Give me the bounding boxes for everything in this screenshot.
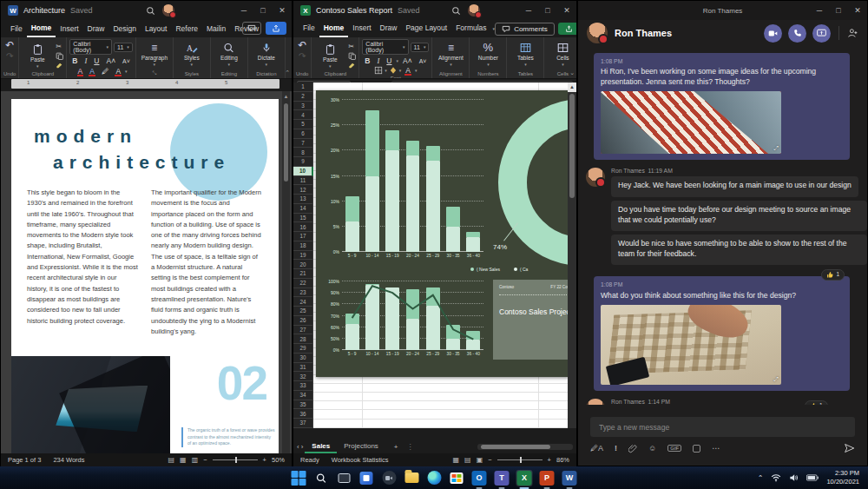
- zoom-out-button[interactable]: −: [203, 456, 207, 464]
- importance-icon[interactable]: !: [615, 444, 617, 453]
- search-icon[interactable]: [146, 6, 155, 16]
- zoom-level[interactable]: 86%: [556, 456, 569, 464]
- row-header-6[interactable]: 6: [293, 129, 313, 139]
- volume-icon[interactable]: [789, 473, 799, 482]
- tab-draw[interactable]: Draw: [83, 21, 109, 36]
- highlight-pen-icon[interactable]: 🖉: [99, 66, 112, 76]
- share-button[interactable]: Share▾: [558, 23, 577, 35]
- workbook-statistics[interactable]: Workbook Statistics: [332, 456, 389, 464]
- new-sheet-button[interactable]: +: [387, 441, 405, 453]
- attach-icon[interactable]: [628, 444, 637, 453]
- comments-button[interactable]: Comments: [495, 23, 555, 36]
- paragraph-button[interactable]: ≡Paragraph▾: [139, 39, 170, 67]
- gif-icon[interactable]: GIF: [667, 445, 681, 452]
- message-bubble[interactable]: 1:08 PM1What do you think about somethin…: [594, 276, 850, 391]
- fill-color-icon[interactable]: [389, 66, 398, 75]
- row-header-29[interactable]: 29: [293, 344, 313, 354]
- tab-mailin[interactable]: Mailin: [202, 21, 230, 36]
- row-header-23[interactable]: 23: [293, 288, 313, 298]
- zoom-in-button[interactable]: +: [263, 456, 266, 464]
- row-header-30[interactable]: 30: [293, 354, 313, 363]
- tab-home[interactable]: Home: [319, 20, 349, 37]
- minimize-button[interactable]: ─: [234, 1, 253, 20]
- teams-taskbar-icon[interactable]: T: [494, 470, 510, 486]
- format-painter-icon[interactable]: [56, 62, 63, 69]
- row-header-1[interactable]: 1: [293, 83, 313, 92]
- expand-image-icon[interactable]: ⤢: [773, 375, 779, 383]
- more-compose-options-icon[interactable]: ⋯: [712, 444, 720, 453]
- search-taskbar-icon[interactable]: [313, 470, 330, 486]
- video-call-button[interactable]: [764, 24, 782, 43]
- sheet-tab-projections[interactable]: Projections: [337, 440, 385, 453]
- tab-layout[interactable]: Layout: [141, 21, 172, 36]
- zoom-slider[interactable]: [497, 459, 542, 460]
- row-header-26[interactable]: 26: [293, 316, 313, 326]
- editor-button[interactable]: Editor▾: [288, 39, 292, 67]
- building-image-attachment[interactable]: ⤢: [601, 91, 781, 154]
- editing-button[interactable]: Editing▾: [214, 39, 245, 67]
- row-header-16[interactable]: 16: [293, 222, 313, 232]
- excel-taskbar-icon[interactable]: X: [516, 470, 533, 486]
- projection-slide-card[interactable]: Contoso FY 22 Company Overv Contoso Sale…: [493, 280, 569, 360]
- row-header-20[interactable]: 20: [293, 260, 313, 269]
- row-header-35[interactable]: 35: [293, 400, 313, 410]
- add-person-icon[interactable]: [847, 28, 858, 38]
- minimize-button[interactable]: ─: [810, 1, 829, 20]
- borders-icon[interactable]: [374, 66, 383, 75]
- row-header-22[interactable]: 22: [293, 279, 313, 288]
- document-page[interactable]: modern architecture This style began to …: [11, 99, 279, 453]
- highlight-icon[interactable]: A: [87, 67, 97, 76]
- row-header-5[interactable]: 5: [293, 120, 313, 129]
- row-header-17[interactable]: 17: [293, 232, 313, 241]
- contact-avatar[interactable]: [587, 23, 608, 43]
- tab-file[interactable]: File: [299, 20, 319, 37]
- row-header-8[interactable]: 8: [293, 148, 313, 157]
- row-header-4[interactable]: 4: [293, 110, 313, 120]
- grow-font-button[interactable]: A˄: [400, 56, 415, 66]
- reaction-badge[interactable]: 1: [821, 269, 845, 281]
- font-size-select[interactable]: 11▾: [411, 43, 430, 52]
- message-bubble[interactable]: 1:08 PMHi Ron, I've been working on some…: [594, 53, 850, 160]
- store-taskbar-icon[interactable]: [449, 470, 465, 486]
- font-size-select[interactable]: 11▾: [114, 43, 133, 52]
- page-break-view-icon[interactable]: ▣: [477, 456, 483, 464]
- paste-button[interactable]: Paste▾: [314, 39, 345, 69]
- row-header-24[interactable]: 24: [293, 297, 313, 307]
- collapse-ribbon-icon[interactable]: ⌄: [569, 69, 575, 76]
- row-header-14[interactable]: 14: [293, 204, 313, 214]
- user-avatar[interactable]: [468, 4, 480, 17]
- screen-share-button[interactable]: [812, 24, 831, 43]
- search-icon[interactable]: [451, 6, 461, 16]
- message-input[interactable]: [590, 417, 855, 437]
- maximize-button[interactable]: □: [829, 1, 848, 20]
- row-header-21[interactable]: 21: [293, 269, 313, 279]
- word-taskbar-icon[interactable]: W: [562, 470, 578, 486]
- copy-icon[interactable]: [348, 52, 356, 60]
- underline-button[interactable]: U: [384, 56, 394, 66]
- excel-vertical-scrollbar[interactable]: ▲: [568, 83, 576, 428]
- text-effects-icon[interactable]: A: [76, 67, 86, 76]
- format-painter-icon[interactable]: [348, 62, 356, 69]
- row-header-13[interactable]: 13: [293, 195, 313, 204]
- chat-taskbar-icon[interactable]: [381, 470, 398, 486]
- row-header-15[interactable]: 15: [293, 214, 313, 223]
- row-header-25[interactable]: 25: [293, 307, 313, 316]
- share-button[interactable]: [266, 22, 286, 35]
- message-bubble[interactable]: Hey Jack. We have been looking for a mai…: [611, 176, 858, 197]
- sheet-tab-sales[interactable]: Sales: [305, 440, 337, 453]
- close-button[interactable]: ✕: [557, 1, 576, 20]
- copy-icon[interactable]: [56, 52, 63, 60]
- battery-icon[interactable]: [806, 474, 819, 481]
- row-header-36[interactable]: 36: [293, 409, 313, 419]
- row-header-27[interactable]: 27: [293, 326, 313, 335]
- clock[interactable]: 2:30 PM 10/20/2021: [826, 469, 859, 486]
- page-layout-view-icon[interactable]: ▤: [464, 456, 471, 464]
- row-header-2[interactable]: 2: [293, 92, 313, 102]
- number-button[interactable]: %Number▾: [472, 39, 503, 67]
- maximize-button[interactable]: □: [253, 1, 273, 20]
- font-color-icon[interactable]: A: [113, 67, 123, 76]
- tab-home[interactable]: Home: [27, 20, 56, 37]
- tab-page-layout[interactable]: Page Layout: [401, 20, 451, 37]
- tab-formulas[interactable]: Formulas: [451, 20, 490, 37]
- powerpoint-taskbar-icon[interactable]: P: [539, 470, 556, 486]
